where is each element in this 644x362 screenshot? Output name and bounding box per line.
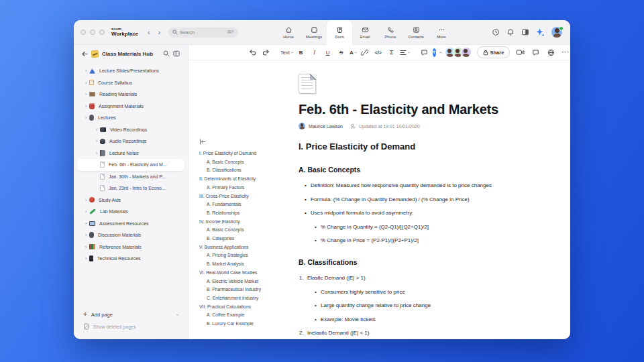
chevron-icon[interactable]: ›: [93, 127, 100, 133]
doc-block-num[interactable]: 2.Inelastic Demand (|E| < 1): [299, 330, 530, 337]
outline-item[interactable]: A. Basic Concepts: [199, 158, 294, 167]
doc-block-h3[interactable]: B. Classifications: [299, 258, 530, 266]
chat-button[interactable]: [531, 47, 541, 58]
tab-more[interactable]: More: [429, 20, 454, 44]
outline-item[interactable]: A. Primary Factors: [199, 184, 294, 192]
doc-block-li2[interactable]: •Large quantity change relative to price…: [299, 302, 530, 309]
doc-block-li2[interactable]: •Example: Movie tickets: [299, 316, 530, 323]
outline-item[interactable]: A. Fundamentals: [199, 200, 294, 209]
chevron-icon[interactable]: ›: [83, 208, 89, 215]
share-button[interactable]: Share: [477, 46, 511, 58]
equation-button[interactable]: Σ: [386, 47, 396, 58]
web-globe-icon[interactable]: [546, 47, 556, 58]
link-button[interactable]: [360, 47, 370, 58]
chevron-icon[interactable]: ›: [93, 138, 100, 144]
italic-button[interactable]: I: [309, 47, 319, 58]
sidebar-item[interactable]: ›Discussion Materials: [77, 229, 184, 241]
sidebar-search-icon[interactable]: [163, 50, 170, 57]
outline-item[interactable]: VII. Practical Calculations: [199, 303, 294, 312]
collapse-toolbar-button[interactable]: ›: [437, 52, 443, 54]
tab-docs[interactable]: Docs: [327, 20, 352, 45]
outline-item[interactable]: V. Business Applications: [199, 243, 294, 252]
minimize-button[interactable]: [90, 29, 95, 35]
document-editor[interactable]: Feb. 6th - Elasticity and Markets Mauric…: [294, 60, 570, 339]
outline-item[interactable]: C. Entertainment Industry: [199, 294, 294, 303]
chevron-icon[interactable]: ›: [93, 150, 100, 156]
chevron-icon[interactable]: ›: [83, 103, 89, 109]
video-button[interactable]: [515, 47, 525, 58]
doc-block-li1[interactable]: •Definition: Measures how responsive qua…: [299, 182, 530, 189]
add-page-chevron-icon[interactable]: ›: [174, 314, 180, 316]
outline-item[interactable]: III. Cross-Price Elasticity: [199, 192, 294, 201]
outline-item[interactable]: B. Relationships: [199, 209, 294, 218]
outline-item[interactable]: II. Determinants of Elasticity: [199, 175, 294, 184]
sidebar-item[interactable]: ›Lecture Slides/Presentations: [77, 65, 184, 77]
history-clock-icon[interactable]: [492, 28, 500, 36]
chevron-icon[interactable]: ›: [83, 255, 89, 261]
doc-block-h2[interactable]: I. Price Elasticity of Demand: [299, 141, 530, 152]
doc-block-li2[interactable]: •% Change in Quantity = (Q2-Q1)/[(Q2+Q1)…: [299, 224, 530, 231]
text-color-button[interactable]: A›: [350, 50, 356, 56]
outline-item[interactable]: IV. Income Elasticity: [199, 218, 294, 227]
add-page-button[interactable]: + Add page ›: [74, 308, 188, 320]
alignment-dropdown[interactable]: ›: [400, 50, 409, 56]
ai-companion-sparkle-icon[interactable]: [536, 28, 545, 37]
maximize-button[interactable]: [99, 29, 105, 35]
outline-item[interactable]: A. Basic Concepts: [199, 226, 294, 235]
collapse-sidebar-icon[interactable]: [173, 50, 180, 57]
outline-item[interactable]: B. Market Analysis: [199, 260, 294, 269]
collapse-outline-icon[interactable]: [199, 139, 206, 145]
sidebar-item[interactable]: ›Lecture Notes: [77, 147, 184, 160]
sidebar-item[interactable]: ›Assignment Materials: [77, 101, 184, 113]
outline-item[interactable]: VI. Real-World Case Studies: [199, 269, 294, 278]
chevron-icon[interactable]: ›: [83, 115, 89, 121]
tab-contacts[interactable]: Contacts: [403, 20, 429, 44]
outline-item[interactable]: B. Luxury Car Example: [199, 320, 294, 328]
chevron-icon[interactable]: ›: [83, 221, 89, 227]
global-search-input[interactable]: Search ⌘F: [168, 27, 238, 38]
sidebar-item[interactable]: ›Video Recordings: [77, 124, 184, 136]
back-arrow-icon[interactable]: [82, 51, 88, 57]
sidebar-item[interactable]: ›Study Aids: [77, 194, 184, 206]
strikethrough-button[interactable]: S: [336, 47, 346, 58]
doc-block-h3[interactable]: A. Basic Concepts: [299, 166, 530, 174]
doc-block-num[interactable]: 1.Elastic Demand (|E| > 1): [299, 275, 530, 282]
chevron-icon[interactable]: ›: [83, 68, 89, 74]
chevron-icon[interactable]: ›: [83, 197, 89, 203]
tab-home[interactable]: Home: [276, 20, 301, 44]
chevron-icon[interactable]: ›: [83, 244, 89, 250]
notifications-bell-icon[interactable]: [506, 28, 515, 36]
tab-meetings[interactable]: Meetings: [301, 20, 327, 44]
underline-button[interactable]: U: [323, 47, 333, 58]
chevron-icon[interactable]: ›: [83, 91, 89, 98]
tab-email[interactable]: Email: [352, 20, 378, 44]
outline-item[interactable]: I. Price Elasticity of Demand: [199, 149, 294, 158]
outline-item[interactable]: A. Electric Vehicle Market: [199, 278, 294, 286]
user-avatar[interactable]: [551, 27, 562, 38]
outline-item[interactable]: A. Coffee Example: [199, 311, 294, 320]
undo-button[interactable]: [248, 47, 258, 58]
sidebar-item[interactable]: ›Reference Materials: [77, 241, 184, 253]
comment-button[interactable]: [419, 47, 429, 58]
redo-button[interactable]: [261, 47, 271, 58]
show-deleted-pages-button[interactable]: Show deleted pages: [74, 320, 188, 333]
ai-add-button[interactable]: +: [433, 48, 436, 57]
sidebar-item[interactable]: ›Jan. 23rd - Intro to Econo...: [77, 182, 184, 194]
document-title[interactable]: Feb. 6th - Elasticity and Markets: [299, 102, 530, 117]
more-options-button[interactable]: ···: [561, 49, 570, 56]
sidebar-item[interactable]: ›Course Syllabus: [77, 77, 184, 89]
outline-item[interactable]: B. Categories: [199, 235, 294, 243]
forward-button[interactable]: ›: [158, 29, 160, 36]
doc-block-li2[interactable]: •% Change in Price = (P2-P1)/[(P2+P1)/2]: [299, 237, 530, 244]
sidebar-item[interactable]: ›Assessment Resources: [77, 218, 184, 230]
sidebar-item[interactable]: ›Technical Resources: [77, 253, 184, 265]
chevron-icon[interactable]: ›: [83, 80, 89, 86]
chevron-icon[interactable]: ›: [83, 232, 89, 238]
doc-block-li1[interactable]: •Uses midpoint formula to avoid asymmetr…: [299, 210, 530, 217]
collaborator-avatar[interactable]: [461, 47, 472, 58]
sidebar-item[interactable]: ›Audio Recordings: [77, 135, 184, 147]
side-panel-icon[interactable]: [521, 28, 529, 36]
outline-item[interactable]: B. Pharmaceutical Industry: [199, 286, 294, 294]
tab-phone[interactable]: Phone: [378, 20, 403, 44]
bold-button[interactable]: B: [296, 47, 306, 58]
